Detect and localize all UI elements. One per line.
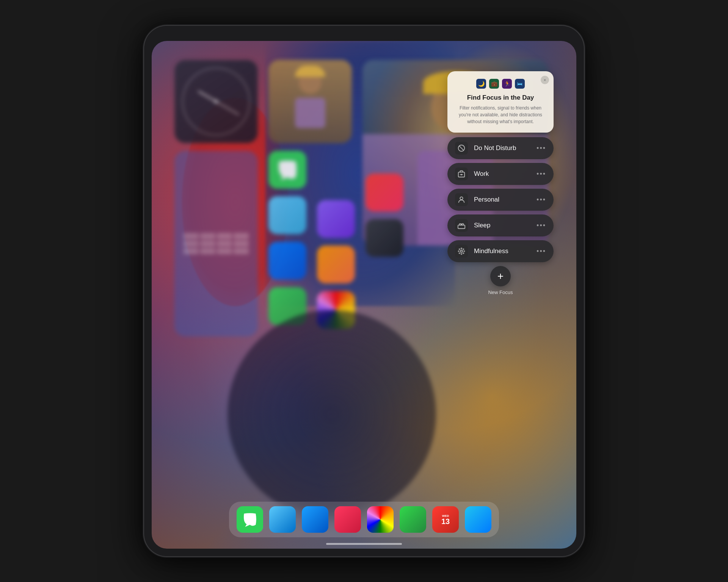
info-card-title: Find Focus in the Day	[457, 94, 544, 102]
svg-point-12	[459, 249, 460, 250]
focus-icon-sleep: 🛏	[515, 79, 525, 89]
screen: WED 13 × 🌙 💼 🏃 🛏 Find Focus in the D	[152, 41, 576, 549]
focus-item-mindfulness[interactable]: Mindfulness •••	[447, 240, 554, 262]
dock-photos[interactable]	[367, 506, 394, 533]
svg-rect-5	[460, 224, 461, 225]
work-label: Work	[474, 170, 530, 178]
sleep-label: Sleep	[474, 222, 530, 229]
svg-point-14	[463, 249, 464, 250]
personal-menu[interactable]: •••	[537, 196, 546, 204]
info-card-desc: Filter notifications, signal to friends …	[457, 105, 544, 125]
mindfulness-icon	[455, 245, 468, 258]
device-frame: WED 13 × 🌙 💼 🏃 🛏 Find Focus in the D	[144, 26, 584, 556]
dock-mail[interactable]	[302, 506, 328, 533]
svg-point-8	[461, 248, 462, 249]
focus-item-work[interactable]: Work •••	[447, 163, 554, 185]
new-focus-button[interactable]: + New Focus	[447, 266, 554, 295]
dock-appstore[interactable]	[465, 506, 491, 533]
app-blue-1[interactable]	[268, 242, 306, 280]
personal-label: Personal	[474, 196, 530, 203]
dock-safari[interactable]	[269, 506, 296, 533]
dock-messages[interactable]	[237, 506, 263, 533]
svg-point-15	[459, 253, 460, 254]
svg-point-9	[461, 253, 462, 255]
focus-icons-row: 🌙 💼 🏃 🛏	[457, 79, 544, 89]
do-not-disturb-menu[interactable]: •••	[537, 144, 546, 152]
dock-maps[interactable]	[400, 506, 426, 533]
svg-point-3	[460, 197, 463, 200]
svg-rect-4	[458, 225, 465, 228]
focus-info-card: × 🌙 💼 🏃 🛏 Find Focus in the Day Filter n…	[447, 71, 554, 133]
messages-icon[interactable]	[268, 151, 306, 189]
work-menu[interactable]: •••	[537, 170, 546, 178]
mindfulness-menu[interactable]: •••	[537, 247, 546, 255]
svg-point-10	[458, 251, 459, 252]
personal-icon	[455, 193, 468, 206]
focus-icon-run: 🏃	[502, 79, 512, 89]
photo-widget-1	[268, 60, 352, 143]
focus-icon-work: 💼	[489, 79, 499, 89]
svg-point-13	[463, 253, 464, 254]
work-icon	[455, 167, 468, 180]
mindfulness-label: Mindfulness	[474, 247, 530, 255]
app-orange-1[interactable]	[317, 246, 355, 283]
app-dark-1[interactable]	[366, 219, 403, 257]
focus-item-sleep[interactable]: Sleep •••	[447, 214, 554, 236]
close-button[interactable]: ×	[541, 76, 549, 84]
do-not-disturb-icon	[455, 142, 468, 155]
dark-blob	[228, 310, 436, 518]
app-red-1[interactable]	[366, 174, 403, 211]
focus-item-personal[interactable]: Personal •••	[447, 189, 554, 211]
new-focus-plus-icon: +	[490, 266, 511, 286]
home-indicator	[326, 543, 402, 545]
dock-music[interactable]	[334, 506, 361, 533]
files-icon[interactable]	[268, 196, 306, 234]
app-purple-1[interactable]	[317, 200, 355, 238]
dock-calendar[interactable]: WED 13	[432, 506, 459, 533]
svg-point-11	[464, 251, 465, 252]
focus-icon-moon: 🌙	[476, 79, 486, 89]
sleep-menu[interactable]: •••	[537, 222, 546, 230]
focus-panel: × 🌙 💼 🏃 🛏 Find Focus in the Day Filter n…	[447, 71, 554, 295]
svg-rect-6	[462, 224, 464, 225]
new-focus-label: New Focus	[488, 289, 513, 295]
clock-widget	[174, 60, 258, 143]
focus-item-do-not-disturb[interactable]: Do Not Disturb •••	[447, 137, 554, 159]
sleep-icon	[455, 219, 468, 232]
do-not-disturb-label: Do Not Disturb	[474, 144, 530, 152]
svg-point-7	[460, 250, 463, 252]
widget-stack	[174, 151, 258, 336]
dock: WED 13	[229, 502, 499, 537]
